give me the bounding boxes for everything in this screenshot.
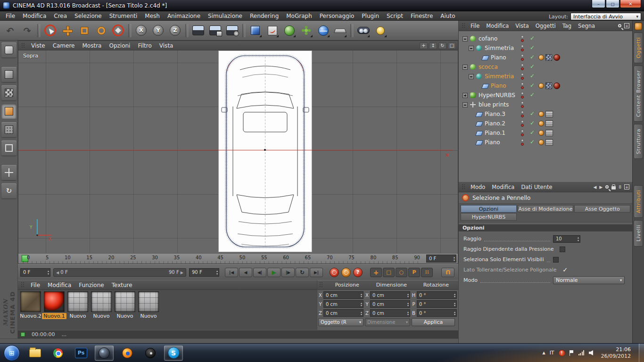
- stepper-icon[interactable]: ▴▾: [454, 311, 455, 316]
- frame-range-slider[interactable]: ◀ 0 F 90 F ▶: [53, 268, 186, 277]
- object-label[interactable]: Piano: [491, 54, 506, 61]
- checker-tag[interactable]: [545, 82, 552, 89]
- redo-button[interactable]: [19, 23, 35, 39]
- minimize-button[interactable]: –: [592, 0, 605, 8]
- attribute-tab[interactable]: Asse di Modellazione: [518, 205, 574, 213]
- viewport-menu-item[interactable]: Mostra: [78, 42, 105, 49]
- visibility-toggles[interactable]: [521, 101, 524, 108]
- menu-item[interactable]: Rendering: [246, 12, 282, 20]
- object-icon[interactable]: [469, 101, 477, 108]
- panel-tab[interactable]: Struttura: [634, 124, 643, 159]
- lock-y-axis-button[interactable]: Y: [150, 23, 166, 39]
- attribute-tab[interactable]: HyperNURBS: [461, 213, 517, 221]
- title-bar[interactable]: CINEMA 4D R13.016 Broadcast - [Senza Tit…: [0, 0, 644, 11]
- lock-z-axis-button[interactable]: Z: [167, 23, 183, 39]
- object-icon[interactable]: [475, 120, 483, 127]
- goto-start-button[interactable]: [225, 268, 238, 277]
- expander-icon[interactable]: [469, 74, 474, 79]
- add-hypernurbs-button[interactable]: [281, 23, 297, 39]
- object-row[interactable]: Piano.1: [459, 128, 632, 138]
- last-used-tool[interactable]: [110, 23, 126, 39]
- toolbar-separator[interactable]: [242, 24, 245, 37]
- keyframe-help-button[interactable]: ?: [353, 268, 363, 277]
- visibility-toggles[interactable]: [521, 64, 524, 70]
- dot-orange-tag[interactable]: [538, 55, 544, 60]
- key-position-toggle[interactable]: [370, 268, 382, 277]
- object-label[interactable]: blue prints: [479, 101, 509, 108]
- stepper-icon[interactable]: ▴▾: [407, 311, 409, 316]
- add-layer-icon[interactable]: +: [624, 23, 629, 28]
- thumb-tag[interactable]: [545, 139, 553, 146]
- stepper-icon[interactable]: ▴▾: [361, 302, 362, 307]
- search-icon[interactable]: [605, 185, 609, 189]
- close-button[interactable]: ✕: [620, 0, 641, 8]
- viewport-canvas[interactable]: Sopra: [18, 50, 458, 253]
- stepper-icon[interactable]: ▴▾: [578, 236, 579, 241]
- viewport-menu-item[interactable]: Opzioni: [105, 42, 134, 49]
- clock[interactable]: 21:06 26/09/2012: [601, 346, 631, 359]
- stepper-icon[interactable]: ▴▾: [48, 270, 49, 275]
- object-manager-menu-item[interactable]: Segna: [575, 22, 598, 30]
- add-camera-button[interactable]: [355, 23, 371, 39]
- visibility-toggles[interactable]: [521, 111, 524, 117]
- scale-tool[interactable]: [76, 23, 92, 39]
- material-menu-item[interactable]: Funzione: [75, 281, 107, 289]
- object-icon[interactable]: [475, 139, 483, 146]
- material-thumbnail[interactable]: [138, 291, 159, 312]
- move-tool[interactable]: [59, 23, 75, 39]
- material-menu-item[interactable]: Texture: [108, 281, 136, 289]
- enabled-check-icon[interactable]: [530, 120, 537, 127]
- position-field[interactable]: 0 cm ▴▾: [323, 309, 363, 317]
- material-item[interactable]: Nuovo.2: [19, 291, 42, 319]
- hidden-icons-arrow[interactable]: ▲: [542, 351, 545, 355]
- object-row[interactable]: Piano: [459, 138, 632, 147]
- key-pla-toggle[interactable]: [421, 268, 433, 277]
- material-thumbnail[interactable]: [91, 291, 112, 312]
- material-item[interactable]: Nuovo: [66, 291, 89, 319]
- add-mograph-button[interactable]: [298, 23, 314, 39]
- expander-icon[interactable]: [462, 65, 468, 70]
- maximize-button[interactable]: ◻: [606, 0, 619, 8]
- object-label[interactable]: Piano.3: [485, 111, 505, 117]
- firefox-icon[interactable]: [118, 346, 137, 361]
- enabled-check-icon[interactable]: [530, 129, 537, 137]
- visible-only-checkbox[interactable]: [553, 257, 559, 263]
- visibility-toggles[interactable]: [521, 92, 524, 99]
- menu-item[interactable]: Crea: [50, 12, 71, 20]
- prev-frame-button[interactable]: [253, 268, 266, 277]
- flag-icon[interactable]: [570, 350, 574, 356]
- dot-orange-tag[interactable]: [538, 83, 544, 89]
- object-mode-select[interactable]: Oggetto (R▾: [318, 318, 363, 326]
- raggio-field[interactable]: 10 ▴▾: [553, 235, 580, 243]
- object-label[interactable]: Simmetria: [485, 73, 514, 80]
- stepper-icon[interactable]: ▴▾: [454, 256, 455, 261]
- modo-select[interactable]: Normale▾: [553, 276, 625, 284]
- material-menu-item[interactable]: Modifica: [44, 281, 75, 289]
- object-row[interactable]: scocca: [459, 62, 632, 72]
- stepper-icon[interactable]: ▴▾: [361, 293, 362, 298]
- language-indicator[interactable]: IT: [550, 350, 554, 356]
- normal-tool-button[interactable]: [1, 183, 17, 198]
- visibility-toggles[interactable]: [521, 139, 524, 146]
- object-label[interactable]: Piano: [491, 82, 506, 89]
- thumb-tag[interactable]: [545, 111, 553, 117]
- material-item[interactable]: Nuovo: [90, 291, 113, 319]
- sphere-dark-tag[interactable]: [553, 54, 560, 61]
- menu-item[interactable]: Script: [383, 12, 407, 20]
- rotate-tool[interactable]: [93, 23, 109, 39]
- position-field[interactable]: 0 cm ▴▾: [323, 300, 363, 308]
- play-backwards-button[interactable]: [239, 268, 252, 277]
- layout-palette-icon[interactable]: [635, 23, 642, 30]
- object-row[interactable]: HyperNURBS: [459, 90, 632, 100]
- stepper-icon[interactable]: ▴▾: [454, 293, 455, 298]
- object-row[interactable]: Simmetria: [459, 72, 632, 81]
- menu-item[interactable]: Aiuto: [437, 12, 459, 20]
- enabled-check-icon[interactable]: [530, 139, 537, 146]
- thumb-tag[interactable]: [545, 120, 553, 127]
- visibility-toggles[interactable]: [521, 45, 524, 51]
- material-thumbnail[interactable]: [67, 291, 88, 312]
- thumb-tag[interactable]: [545, 130, 553, 136]
- toggle-view-icon[interactable]: □: [448, 42, 456, 49]
- chrome-icon[interactable]: [49, 346, 67, 361]
- material-item[interactable]: Nuovo: [137, 291, 160, 319]
